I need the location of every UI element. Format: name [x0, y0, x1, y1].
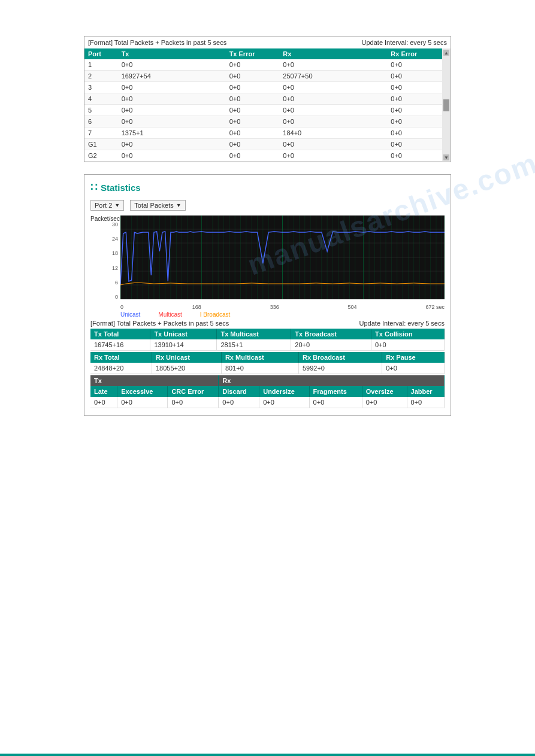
- chart-area: [120, 215, 445, 299]
- page-bottom-bar: [0, 754, 535, 756]
- cell-tx-error: 0+0: [226, 105, 280, 116]
- cell-tx: 0+0: [118, 59, 226, 71]
- table-row: 5 0+0 0+0 0+0 0+0: [84, 105, 442, 116]
- table-row: G1 0+0 0+0 0+0 0+0: [84, 139, 442, 150]
- cell-rx-error: 0+0: [387, 127, 442, 139]
- cell-port: 5: [84, 105, 118, 116]
- cell-port: G2: [84, 150, 118, 162]
- title-dots: ∷: [90, 181, 97, 194]
- th-rx-broadcast: Rx Broadcast: [298, 352, 382, 363]
- table-row: 2 16927+54 0+0 25077+50 0+0: [84, 71, 442, 82]
- th-tx-multicast: Tx Multicast: [217, 329, 291, 339]
- cell-port: 1: [84, 59, 118, 71]
- col-rx: Rx: [279, 48, 387, 59]
- cell-rx: 0+0: [279, 116, 387, 127]
- cell-rx: 0+0: [279, 105, 387, 116]
- top-update-label: Update Interval: every 5 secs: [362, 39, 447, 46]
- port-select[interactable]: Port 2 ▼: [90, 200, 124, 211]
- cell-tx: 0+0: [118, 139, 226, 150]
- cell-port: 2: [84, 71, 118, 82]
- cell-rx: 0+0: [279, 59, 387, 71]
- cell-rx: 0+0: [279, 139, 387, 150]
- scrollbar-up[interactable]: ▲: [443, 50, 449, 56]
- td-crc-error: 0+0: [168, 397, 219, 408]
- scrollbar-down[interactable]: ▼: [443, 154, 449, 160]
- th-tx-total: Tx Total: [90, 329, 150, 339]
- cell-tx: 0+0: [118, 93, 226, 105]
- scrollbar-thumb[interactable]: [443, 99, 449, 111]
- cell-rx-error: 0+0: [387, 139, 442, 150]
- th-jabber: Jabber: [407, 386, 444, 397]
- cell-rx: 0+0: [279, 82, 387, 93]
- col-tx: Tx: [118, 48, 226, 59]
- port-select-arrow: ▼: [114, 202, 120, 208]
- error-table: Tx Rx Late Excessive CRC Error Discard U…: [90, 375, 445, 408]
- x-label-168: 168: [192, 304, 201, 310]
- controls-row: Port 2 ▼ Total Packets ▼: [90, 200, 445, 211]
- th-oversize: Oversize: [362, 386, 407, 397]
- rx-table: Rx Total Rx Unicast Rx Multicast Rx Broa…: [90, 352, 445, 374]
- cell-tx-error: 0+0: [226, 71, 280, 82]
- col-port: Port: [84, 48, 118, 59]
- cell-tx: 16927+54: [118, 71, 226, 82]
- table-row: G2 0+0 0+0 0+0 0+0: [84, 150, 442, 162]
- table-row: 6 0+0 0+0 0+0 0+0: [84, 116, 442, 127]
- table-row: 1 0+0 0+0 0+0 0+0: [84, 59, 442, 71]
- table-row: 3 0+0 0+0 0+0 0+0: [84, 82, 442, 93]
- cell-tx: 0+0: [118, 105, 226, 116]
- th-rx-multicast: Rx Multicast: [221, 352, 298, 363]
- cell-tx-error: 0+0: [226, 82, 280, 93]
- col-tx-error: Tx Error: [226, 48, 280, 59]
- th-rx-unicast: Rx Unicast: [152, 352, 221, 363]
- legend-multicast: Multicast: [158, 311, 182, 318]
- stats-format-row: [Format] Total Packets + Packets in past…: [90, 318, 445, 329]
- td-rx-unicast: 18055+20: [152, 363, 221, 374]
- x-label-672: 672 sec: [425, 304, 445, 310]
- td-tx-collision: 0+0: [371, 339, 445, 351]
- td-rx-total: 24848+20: [90, 363, 152, 374]
- x-label-0: 0: [120, 304, 123, 310]
- stats-format-label: [Format] Total Packets + Packets in past…: [90, 320, 229, 327]
- th-late: Late: [90, 386, 117, 397]
- cell-rx: 0+0: [279, 150, 387, 162]
- td-tx-multicast: 2815+1: [217, 339, 291, 351]
- col-rx-error: Rx Error: [387, 48, 442, 59]
- cell-tx: 0+0: [118, 82, 226, 93]
- td-rx-multicast: 801+0: [221, 363, 298, 374]
- legend-unicast: Unicast: [120, 311, 140, 318]
- cell-rx-error: 0+0: [387, 116, 442, 127]
- chart-wrapper: Packet/sec 30 24 18 12 6 0: [90, 215, 445, 318]
- metric-select[interactable]: Total Packets ▼: [130, 200, 185, 211]
- cell-rx-error: 0+0: [387, 93, 442, 105]
- td-tx-unicast: 13910+14: [150, 339, 217, 351]
- cell-tx-error: 0+0: [226, 93, 280, 105]
- x-axis-labels: 0 168 336 504 672 sec: [120, 304, 445, 310]
- th-tx-collision: Tx Collision: [371, 329, 445, 339]
- chart-svg: [120, 215, 445, 299]
- port-select-value: Port 2: [95, 202, 112, 209]
- top-scrollbar[interactable]: ▲ ▼: [442, 48, 451, 162]
- stats-title: ∷ Statistics: [90, 181, 445, 194]
- td-late: 0+0: [90, 397, 117, 408]
- td-jabber: 0+0: [407, 397, 444, 408]
- legend-broadcast: I Broadcast: [200, 311, 231, 318]
- cell-port: 6: [84, 116, 118, 127]
- td-tx-broadcast: 20+0: [291, 339, 371, 351]
- th-rx-group: Rx: [219, 375, 445, 386]
- chart-legend: Unicast Multicast I Broadcast: [120, 311, 445, 318]
- cell-tx: 1375+1: [118, 127, 226, 139]
- th-tx-group: Tx: [90, 375, 219, 386]
- stats-update-label: Update Interval: every 5 secs: [359, 320, 445, 327]
- cell-tx-error: 0+0: [226, 116, 280, 127]
- top-format-label: [Format] Total Packets + Packets in past…: [88, 39, 226, 46]
- cell-tx-error: 0+0: [226, 139, 280, 150]
- tx-table: Tx Total Tx Unicast Tx Multicast Tx Broa…: [90, 329, 445, 351]
- cell-port: G1: [84, 139, 118, 150]
- cell-rx-error: 0+0: [387, 82, 442, 93]
- top-table-section: [Format] Total Packets + Packets in past…: [84, 36, 451, 162]
- cell-tx: 0+0: [118, 116, 226, 127]
- cell-tx-error: 0+0: [226, 150, 280, 162]
- cell-rx-error: 0+0: [387, 105, 442, 116]
- top-header-row: [Format] Total Packets + Packets in past…: [84, 37, 451, 48]
- th-excessive: Excessive: [117, 386, 168, 397]
